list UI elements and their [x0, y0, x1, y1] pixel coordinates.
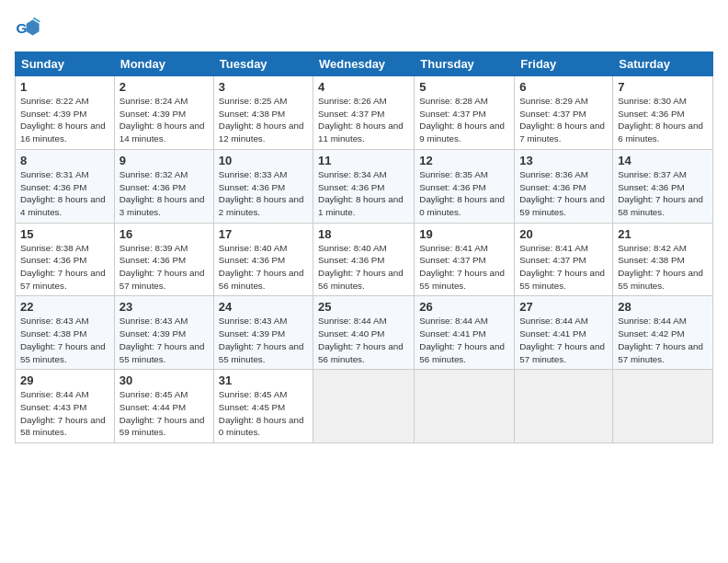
day-detail: Sunrise: 8:22 AMSunset: 4:39 PMDaylight:…	[20, 95, 109, 145]
day-number: 3	[219, 80, 308, 94]
day-number: 18	[318, 227, 409, 241]
day-cell: 11 Sunrise: 8:34 AMSunset: 4:36 PMDaylig…	[313, 149, 415, 223]
weekday-header-sunday: Sunday	[16, 52, 115, 76]
day-detail: Sunrise: 8:28 AMSunset: 4:37 PMDaylight:…	[419, 95, 509, 145]
week-row-5: 29 Sunrise: 8:44 AMSunset: 4:43 PMDaylig…	[16, 370, 713, 443]
day-number: 26	[419, 300, 509, 314]
calendar-table: SundayMondayTuesdayWednesdayThursdayFrid…	[15, 52, 713, 443]
day-number: 13	[519, 154, 608, 167]
day-cell: 8 Sunrise: 8:31 AMSunset: 4:36 PMDayligh…	[16, 149, 115, 223]
day-cell: 23 Sunrise: 8:43 AMSunset: 4:39 PMDaylig…	[114, 296, 213, 370]
day-number: 1	[20, 80, 109, 94]
weekday-header-saturday: Saturday	[613, 52, 713, 76]
day-number: 6	[519, 80, 608, 94]
day-cell: 13 Sunrise: 8:36 AMSunset: 4:36 PMDaylig…	[515, 149, 613, 223]
page-header: G	[15, 15, 713, 40]
day-detail: Sunrise: 8:45 AMSunset: 4:44 PMDaylight:…	[119, 388, 209, 439]
day-cell: 21 Sunrise: 8:42 AMSunset: 4:38 PMDaylig…	[613, 223, 713, 296]
day-number: 23	[119, 300, 209, 314]
day-detail: Sunrise: 8:31 AMSunset: 4:36 PMDaylight:…	[20, 168, 109, 219]
day-cell: 29 Sunrise: 8:44 AMSunset: 4:43 PMDaylig…	[16, 370, 115, 443]
day-cell	[515, 370, 613, 443]
day-detail: Sunrise: 8:36 AMSunset: 4:36 PMDaylight:…	[519, 168, 608, 219]
day-number: 31	[219, 373, 308, 387]
day-cell: 31 Sunrise: 8:45 AMSunset: 4:45 PMDaylig…	[213, 370, 313, 443]
week-row-4: 22 Sunrise: 8:43 AMSunset: 4:38 PMDaylig…	[16, 296, 713, 370]
day-cell: 3 Sunrise: 8:25 AMSunset: 4:38 PMDayligh…	[213, 76, 313, 150]
logo: G	[15, 15, 42, 40]
day-number: 17	[219, 227, 308, 241]
day-cell: 28 Sunrise: 8:44 AMSunset: 4:42 PMDaylig…	[613, 296, 713, 370]
day-cell: 9 Sunrise: 8:32 AMSunset: 4:36 PMDayligh…	[114, 149, 213, 223]
day-detail: Sunrise: 8:44 AMSunset: 4:40 PMDaylight:…	[318, 315, 409, 365]
day-number: 2	[119, 80, 209, 94]
day-cell: 19 Sunrise: 8:41 AMSunset: 4:37 PMDaylig…	[415, 223, 515, 296]
day-number: 16	[119, 227, 209, 241]
day-cell: 25 Sunrise: 8:44 AMSunset: 4:40 PMDaylig…	[313, 296, 415, 370]
weekday-header-friday: Friday	[515, 52, 613, 76]
weekday-header-thursday: Thursday	[415, 52, 515, 76]
day-number: 22	[20, 300, 109, 314]
day-detail: Sunrise: 8:32 AMSunset: 4:36 PMDaylight:…	[119, 168, 209, 219]
day-number: 14	[618, 154, 708, 167]
day-detail: Sunrise: 8:33 AMSunset: 4:36 PMDaylight:…	[219, 168, 308, 219]
day-number: 10	[219, 154, 308, 167]
day-detail: Sunrise: 8:43 AMSunset: 4:39 PMDaylight:…	[119, 315, 209, 365]
logo-icon: G	[15, 15, 40, 40]
day-cell	[313, 370, 415, 443]
day-number: 27	[519, 300, 608, 314]
day-detail: Sunrise: 8:24 AMSunset: 4:39 PMDaylight:…	[119, 95, 209, 145]
svg-marker-1	[27, 20, 40, 36]
day-cell: 7 Sunrise: 8:30 AMSunset: 4:36 PMDayligh…	[613, 76, 713, 150]
day-number: 19	[419, 227, 509, 241]
day-detail: Sunrise: 8:43 AMSunset: 4:39 PMDaylight:…	[219, 315, 308, 365]
week-row-1: 1 Sunrise: 8:22 AMSunset: 4:39 PMDayligh…	[16, 76, 713, 150]
day-detail: Sunrise: 8:42 AMSunset: 4:38 PMDaylight:…	[618, 242, 708, 293]
day-cell: 16 Sunrise: 8:39 AMSunset: 4:36 PMDaylig…	[114, 223, 213, 296]
svg-text:G: G	[16, 20, 27, 36]
day-cell: 18 Sunrise: 8:40 AMSunset: 4:36 PMDaylig…	[313, 223, 415, 296]
day-detail: Sunrise: 8:44 AMSunset: 4:42 PMDaylight:…	[618, 315, 708, 365]
day-number: 30	[119, 373, 209, 387]
day-cell: 6 Sunrise: 8:29 AMSunset: 4:37 PMDayligh…	[515, 76, 613, 150]
weekday-header-tuesday: Tuesday	[213, 52, 313, 76]
weekday-header-monday: Monday	[114, 52, 213, 76]
day-number: 25	[318, 300, 409, 314]
day-number: 21	[618, 227, 708, 241]
day-cell: 2 Sunrise: 8:24 AMSunset: 4:39 PMDayligh…	[114, 76, 213, 150]
day-detail: Sunrise: 8:43 AMSunset: 4:38 PMDaylight:…	[20, 315, 109, 365]
day-cell: 12 Sunrise: 8:35 AMSunset: 4:36 PMDaylig…	[415, 149, 515, 223]
day-detail: Sunrise: 8:40 AMSunset: 4:36 PMDaylight:…	[318, 242, 409, 293]
day-number: 11	[318, 154, 409, 167]
day-cell: 10 Sunrise: 8:33 AMSunset: 4:36 PMDaylig…	[213, 149, 313, 223]
day-detail: Sunrise: 8:26 AMSunset: 4:37 PMDaylight:…	[318, 95, 409, 145]
day-number: 12	[419, 154, 509, 167]
day-cell: 20 Sunrise: 8:41 AMSunset: 4:37 PMDaylig…	[515, 223, 613, 296]
day-number: 20	[519, 227, 608, 241]
day-number: 4	[318, 80, 409, 94]
day-number: 7	[618, 80, 708, 94]
day-number: 29	[20, 373, 109, 387]
day-cell: 30 Sunrise: 8:45 AMSunset: 4:44 PMDaylig…	[114, 370, 213, 443]
day-number: 15	[20, 227, 109, 241]
day-cell: 17 Sunrise: 8:40 AMSunset: 4:36 PMDaylig…	[213, 223, 313, 296]
day-number: 24	[219, 300, 308, 314]
day-cell: 22 Sunrise: 8:43 AMSunset: 4:38 PMDaylig…	[16, 296, 115, 370]
day-number: 8	[20, 154, 109, 167]
day-number: 9	[119, 154, 209, 167]
day-number: 28	[618, 300, 708, 314]
day-cell: 15 Sunrise: 8:38 AMSunset: 4:36 PMDaylig…	[16, 223, 115, 296]
day-cell: 24 Sunrise: 8:43 AMSunset: 4:39 PMDaylig…	[213, 296, 313, 370]
day-cell: 4 Sunrise: 8:26 AMSunset: 4:37 PMDayligh…	[313, 76, 415, 150]
day-cell	[415, 370, 515, 443]
week-row-3: 15 Sunrise: 8:38 AMSunset: 4:36 PMDaylig…	[16, 223, 713, 296]
day-detail: Sunrise: 8:37 AMSunset: 4:36 PMDaylight:…	[618, 168, 708, 219]
day-cell: 26 Sunrise: 8:44 AMSunset: 4:41 PMDaylig…	[415, 296, 515, 370]
weekday-header-wednesday: Wednesday	[313, 52, 415, 76]
day-detail: Sunrise: 8:44 AMSunset: 4:43 PMDaylight:…	[20, 388, 109, 439]
day-cell: 27 Sunrise: 8:44 AMSunset: 4:41 PMDaylig…	[515, 296, 613, 370]
week-row-2: 8 Sunrise: 8:31 AMSunset: 4:36 PMDayligh…	[16, 149, 713, 223]
day-number: 5	[419, 80, 509, 94]
day-detail: Sunrise: 8:29 AMSunset: 4:37 PMDaylight:…	[519, 95, 608, 145]
day-detail: Sunrise: 8:39 AMSunset: 4:36 PMDaylight:…	[119, 242, 209, 293]
